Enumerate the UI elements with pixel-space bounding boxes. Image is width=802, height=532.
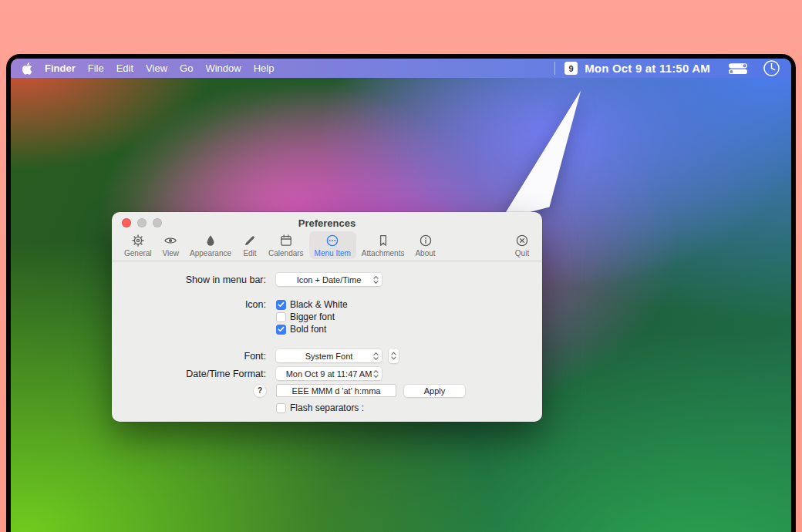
zoom-button[interactable] (153, 218, 162, 227)
menubar-divider (554, 62, 555, 75)
show-in-menu-bar-select[interactable]: Icon + Date/Time (276, 273, 382, 286)
checkbox-black-and-white[interactable]: Black & White (276, 298, 348, 311)
flash-separators-row: Flash separators : (112, 402, 542, 414)
menubar-datetime[interactable]: Mon Oct 9 at 11:50 AM (585, 62, 710, 75)
show-in-menu-bar-row: Show in menu bar: Icon + Date/Time (112, 273, 542, 286)
check-icon (278, 301, 285, 308)
popover-arrow (497, 86, 589, 225)
toolbar-item-about[interactable]: About (409, 231, 440, 259)
menu-item-view[interactable]: View (146, 62, 167, 74)
datetime-format-label: Date/Time Format: (112, 368, 266, 380)
menu-item-file[interactable]: File (88, 62, 104, 74)
help-button[interactable]: ? (254, 385, 266, 397)
select-value: Mon Oct 9 at 11:47 AM (286, 369, 372, 379)
menu-item-edit[interactable]: Edit (116, 62, 133, 74)
menu-item-go[interactable]: Go (180, 62, 193, 74)
gear-icon (131, 234, 145, 248)
show-in-menu-bar-label: Show in menu bar: (112, 274, 266, 286)
font-size-stepper[interactable] (389, 348, 399, 363)
icon-options-row: Icon: Black & White Bigger f (112, 298, 542, 335)
quit-x-icon (515, 234, 529, 248)
control-center-icon[interactable] (728, 62, 748, 75)
checkbox-box[interactable] (276, 325, 286, 335)
datetime-format-row: Date/Time Format: Mon Oct 9 at 11:47 AM (112, 367, 542, 380)
font-select[interactable]: System Font (276, 349, 382, 362)
custom-format-row: ? Apply (112, 384, 542, 397)
checkbox-bigger-font[interactable]: Bigger font (276, 311, 348, 323)
checkbox-flash-separators[interactable]: Flash separators : (276, 402, 364, 414)
select-value: Icon + Date/Time (297, 275, 362, 285)
preferences-toolbar: General View (112, 229, 542, 261)
calendar-icon (279, 234, 293, 248)
titlebar: Preferences (112, 212, 542, 229)
menu-item-finder[interactable]: Finder (45, 62, 76, 74)
menu-bar: Finder File Edit View Go Window Help 9 M… (11, 59, 791, 78)
desktop-wallpaper: Finder File Edit View Go Window Help 9 M… (11, 59, 791, 532)
bookmark-icon (376, 234, 390, 248)
checkbox-bold-font[interactable]: Bold font (276, 323, 348, 335)
preferences-content: Show in menu bar: Icon + Date/Time Icon: (112, 273, 542, 414)
preferences-window: Preferences General (112, 212, 542, 422)
info-icon (419, 234, 433, 248)
checkbox-box[interactable] (276, 300, 286, 310)
clock-icon[interactable] (763, 59, 780, 77)
toolbar-item-general[interactable]: General (119, 231, 157, 259)
apple-icon[interactable] (22, 62, 32, 75)
menu-item-window[interactable]: Window (205, 62, 241, 74)
minimize-button[interactable] (137, 218, 147, 227)
format-input[interactable] (276, 384, 396, 397)
screen-frame: Finder File Edit View Go Window Help 9 M… (6, 54, 796, 532)
checkbox-box[interactable] (276, 312, 286, 322)
pencil-icon (243, 234, 257, 248)
toolbar-item-label: About (415, 249, 435, 258)
toolbar-item-calendars[interactable]: Calendars (263, 231, 309, 259)
checkbox-box[interactable] (276, 403, 286, 413)
toolbar-item-label: Edit (243, 249, 256, 258)
chevron-updown-icon (373, 369, 379, 379)
toolbar-item-view[interactable]: View (157, 231, 185, 259)
toolbar-item-appearance[interactable]: Appearance (184, 231, 237, 259)
toolbar-item-label: View (163, 249, 180, 258)
toolbar-item-label: General (124, 249, 152, 258)
toolbar-item-label: Quit (515, 249, 529, 258)
toolbar-item-quit[interactable]: Quit (509, 231, 535, 259)
font-label: Font: (112, 350, 266, 362)
check-icon (278, 326, 285, 332)
toolbar-item-menu-item[interactable]: Menu Item (309, 231, 356, 259)
icon-group-label: Icon: (112, 298, 266, 311)
toolbar-item-edit[interactable]: Edit (237, 231, 263, 259)
apply-button[interactable]: Apply (404, 385, 465, 397)
popover-arrow-shape (497, 86, 589, 225)
datetime-format-select[interactable]: Mon Oct 9 at 11:47 AM (276, 367, 382, 380)
calendar-day-icon[interactable]: 9 (564, 62, 578, 75)
checkbox-label: Bigger font (290, 311, 335, 322)
toolbar-item-label: Menu Item (315, 249, 351, 258)
checkbox-label: Flash separators : (290, 402, 364, 413)
chevron-updown-icon (373, 275, 379, 285)
checkbox-label: Bold font (290, 324, 326, 335)
ellipsis-circle-icon (325, 234, 339, 248)
droplet-icon (204, 234, 217, 248)
chevron-updown-icon (373, 352, 379, 361)
toolbar-item-label: Attachments (362, 249, 405, 258)
checkbox-label: Black & White (290, 299, 348, 310)
font-row: Font: System Font (112, 348, 542, 363)
toolbar-item-attachments[interactable]: Attachments (356, 231, 410, 259)
close-button[interactable] (122, 218, 131, 227)
select-value: System Font (305, 352, 353, 361)
eye-icon (163, 234, 177, 248)
window-title: Preferences (112, 212, 542, 229)
toolbar-item-label: Appearance (190, 249, 231, 258)
toolbar-item-label: Calendars (268, 249, 304, 258)
menu-item-help[interactable]: Help (254, 62, 275, 74)
